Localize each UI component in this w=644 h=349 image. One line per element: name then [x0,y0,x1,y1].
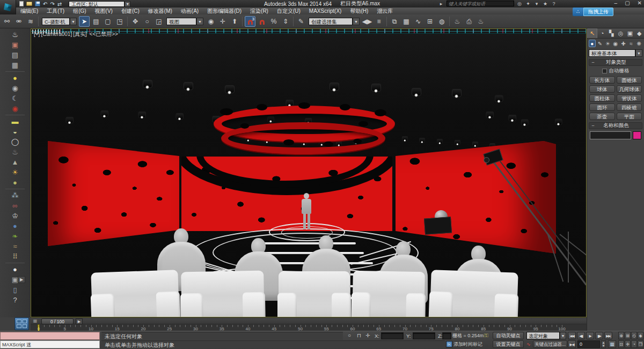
play-button[interactable]: ▶ [586,332,594,339]
project-folder-icon[interactable]: ⇄ [57,1,62,7]
graphite-ribbon-button[interactable]: ▦ [401,16,412,27]
key-filters-button[interactable]: 关键点过滤器... [533,340,567,348]
communication-icon[interactable]: ▾ [533,1,540,6]
menu-item-8[interactable]: 渲染(R) [246,8,273,15]
absolute-offset-icon[interactable]: ✛ [365,332,370,338]
reference-coordinate-value[interactable]: 视图 [166,18,196,25]
align-button[interactable]: ≡ [374,16,384,27]
key-mode-toggle[interactable]: ▶◀ [568,340,576,348]
edit-named-sets-button[interactable]: ✎ [296,16,306,27]
selection-set-dropdown[interactable]: 选定对象 ▼ [526,332,566,339]
menu-item-3[interactable]: 视图(V) [91,8,117,15]
white-armchair[interactable] [91,270,179,317]
render-production-button[interactable]: ♨ [475,16,486,27]
button-tube[interactable]: 管状体 [617,94,642,102]
rect-light-icon[interactable]: ▬ [7,116,23,127]
selection-set-value[interactable]: 选定对象 [526,332,560,339]
window-crossing-button[interactable]: ◳ [114,16,125,27]
moving-head-light[interactable] [450,89,462,100]
moving-head-light[interactable] [520,120,529,128]
category-shapes-icon[interactable]: ✎ [596,40,603,47]
menu-item-10[interactable]: MAXScript(X) [305,8,346,14]
moving-head-light[interactable] [64,117,74,125]
device-icon[interactable]: ▯ [7,285,23,295]
viewport-layout-tab[interactable] [14,317,29,330]
moving-head-light[interactable] [410,88,422,99]
wire-teapot-icon[interactable]: ♨ [7,147,23,157]
light-bulb-icon[interactable]: ● [7,73,23,83]
named-selection-sets-dropdown[interactable]: 创建选择集 ▼ [309,18,360,25]
chevron-down-icon[interactable]: ▼ [70,18,77,25]
use-pivot-center-button[interactable]: ◉ [206,16,216,27]
button-cylinder[interactable]: 圆柱体 [589,94,615,102]
next-frame-button[interactable]: ▮▶ [595,332,603,339]
layer-manager-button[interactable]: ⧉ [389,16,400,27]
time-slider-track[interactable]: ▦ 0 / 100 ▶ [31,318,587,324]
moving-head-light[interactable] [507,115,517,123]
reference-coordinate-dropdown[interactable]: 视图 ▼ [166,18,203,25]
upload-badge-label[interactable]: 拖拽上传 [583,8,613,16]
moving-head-light[interactable] [328,83,340,93]
help-icon[interactable]: ? [551,1,557,6]
next-frame-nub[interactable]: ▶ [76,318,83,324]
viewport-menu-shading[interactable]: [真实] [73,31,87,37]
minimize-button[interactable]: – [614,0,618,6]
render-setup-button[interactable]: ♨ [452,16,463,27]
time-slider-grip[interactable]: 0 / 100 [41,318,74,324]
moving-head-light[interactable] [418,138,425,144]
maximize-viewport-button[interactable]: ❒ [638,340,643,348]
category-systems-icon[interactable]: ❋ [635,40,642,47]
cone-icon[interactable]: ▲ [7,157,23,167]
favorites-icon[interactable]: ★ [542,1,548,6]
stage-prop-box[interactable] [424,217,452,234]
moving-head-light[interactable] [554,119,563,127]
moving-head-light[interactable] [471,142,478,148]
moving-head-light[interactable] [494,95,504,105]
chevron-down-icon[interactable]: ▼ [196,18,203,25]
viewport-menu-pov[interactable]: [Camera001] [41,31,72,37]
zoom-extents-all-button[interactable]: ◈ [638,332,643,339]
macro-recorder-field[interactable] [0,332,100,340]
menu-item-4[interactable]: 创建(C) [117,8,144,15]
object-name-field[interactable] [590,131,631,139]
cells-icon[interactable]: ⠿ [7,251,23,262]
select-and-manipulate-button[interactable]: ✛ [217,16,228,27]
button-cone[interactable]: 圆锥体 [617,76,642,84]
toolbar-flyout-button[interactable]: ▶ [18,276,25,283]
mirror-button[interactable]: ◀▶ [362,16,372,27]
camera-viewport[interactable]: [+][Camera001][真实] <<已禁用>> [31,28,587,317]
primitive-category-dropdown[interactable]: 标准基本体 ▼ [589,49,642,57]
sun-icon[interactable]: ☀ [7,167,23,177]
expand-arrow-icon[interactable]: ▸ [438,1,444,6]
olive-sphere-icon[interactable]: ● [7,177,23,188]
menu-item-6[interactable]: 动画(A) [177,8,203,15]
moving-head-light[interactable] [223,85,235,96]
tab-modify[interactable]: ◔ [597,28,606,38]
help-circle-icon[interactable]: ? [7,295,23,305]
render-teapot-icon[interactable]: ♨ [7,29,23,40]
category-cameras-icon[interactable]: ◉ [612,40,619,47]
current-frame-field[interactable]: 0 [577,340,600,348]
tab-motion[interactable]: ◎ [616,28,625,38]
x-coord-field[interactable] [381,332,404,339]
earth-icon[interactable]: ● [7,221,23,231]
led-screen-right[interactable] [396,141,556,254]
open-file-icon[interactable] [26,2,32,6]
rollout-name-color[interactable]: − 名称和颜色 [589,122,642,129]
menu-item-11[interactable]: 帮助(H) [346,8,372,15]
moving-head-light[interactable] [182,82,194,93]
selection-lock-icon[interactable]: ⊓ [357,332,361,338]
category-geometry-icon[interactable]: ● [589,40,596,47]
chevron-down-icon[interactable]: ▼ [125,1,130,7]
tab-create[interactable]: ↖ [587,28,597,38]
set-key-button[interactable]: 设置关键点 [493,340,524,348]
select-and-link-icon[interactable]: ⚯ [2,16,12,27]
app-logo-button[interactable] [0,0,16,14]
moving-head-light[interactable] [141,80,153,91]
select-and-rotate-button[interactable]: ○ [142,16,152,27]
pan-view-button[interactable]: ✛ [625,340,631,348]
menu-item-1[interactable]: 工具(T) [42,8,69,15]
white-armchair[interactable] [181,271,265,317]
selection-filter-dropdown[interactable]: C-摄影机 ▼ [42,18,77,25]
button-geosphere[interactable]: 几何球体 [617,85,642,93]
